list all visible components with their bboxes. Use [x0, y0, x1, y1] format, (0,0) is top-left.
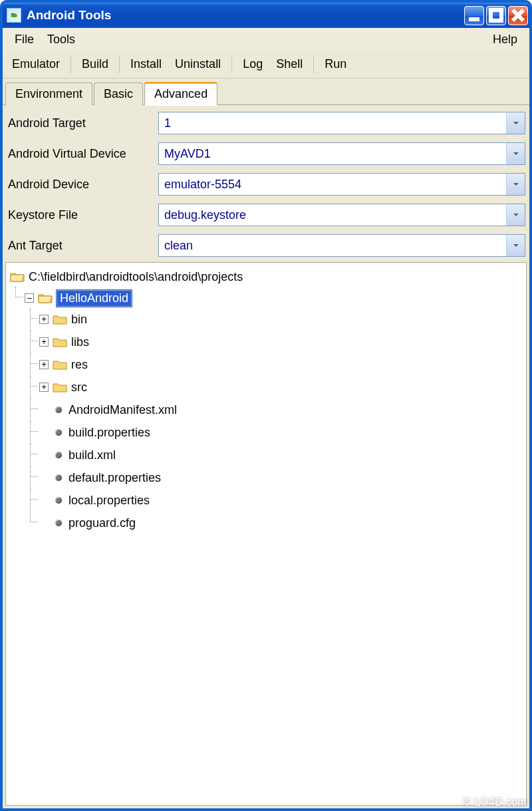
tree-file[interactable]: AndroidManifest.xml [39, 400, 525, 420]
tree-folder[interactable]: +src [39, 377, 525, 397]
tree-file[interactable]: proguard.cfg [39, 513, 525, 533]
toolbar-emulator[interactable]: Emulator [5, 55, 66, 74]
combo-value: emulator-5554 [164, 178, 241, 192]
chevron-down-icon [512, 180, 520, 188]
tree-root[interactable]: C:\fieldbird\androidtools\android\projec… [10, 267, 525, 287]
row-keystore: Keystore File debug.keystore [5, 200, 527, 230]
menu-file[interactable]: File [8, 30, 41, 49]
window-title: Android Tools [27, 8, 111, 23]
row-avd: Android Virtual Device MyAVD1 [5, 138, 527, 169]
toolbar-install[interactable]: Install [124, 55, 168, 74]
combo-ant-target[interactable]: clean [158, 234, 525, 257]
chevron-down-icon [512, 242, 520, 249]
tree-file[interactable]: default.properties [39, 468, 525, 488]
tree-file-label: AndroidManifest.xml [68, 403, 177, 417]
toolbar-separator [70, 56, 71, 73]
app-icon [7, 8, 21, 23]
label-android-target: Android Target [5, 116, 158, 130]
tab-basic[interactable]: Basic [94, 82, 143, 105]
tree-file[interactable]: build.properties [39, 422, 525, 442]
form-area: Android Target 1 Android Virtual Device … [3, 105, 529, 261]
app-window: Android Tools File Tools Help Emulator B… [0, 0, 532, 811]
chevron-down-icon [512, 119, 520, 127]
close-button[interactable] [508, 6, 528, 25]
tree-project[interactable]: − HelloAndroid [25, 288, 525, 308]
folder-open-icon [38, 292, 53, 304]
dropdown-button[interactable] [506, 143, 525, 164]
dropdown-button[interactable] [506, 235, 525, 256]
file-icon [55, 406, 62, 413]
tree-file-label: proguard.cfg [68, 516, 136, 530]
tree-file-label: default.properties [68, 471, 161, 485]
toolbar-shell[interactable]: Shell [269, 55, 309, 74]
tree-folder[interactable]: +libs [39, 332, 525, 352]
expand-icon[interactable]: + [39, 360, 49, 369]
combo-value: debug.keystore [164, 208, 246, 222]
tree-project-label: HelloAndroid [57, 290, 132, 307]
minimize-icon [465, 6, 483, 25]
menu-help[interactable]: Help [486, 30, 524, 49]
file-icon [55, 474, 62, 481]
tree-file[interactable]: build.xml [39, 445, 525, 465]
collapse-icon[interactable]: − [25, 293, 34, 303]
label-keystore: Keystore File [5, 208, 158, 222]
combo-android-target[interactable]: 1 [158, 112, 525, 134]
maximize-icon [487, 6, 505, 25]
file-icon [55, 520, 62, 526]
row-android-device: Android Device emulator-5554 [5, 169, 527, 200]
row-ant-target: Ant Target clean [5, 230, 527, 261]
folder-open-icon [10, 271, 25, 283]
tree-folder-label: libs [71, 335, 89, 349]
tree-file-label: local.properties [68, 494, 150, 508]
expand-icon[interactable]: + [39, 315, 49, 324]
combo-android-device[interactable]: emulator-5554 [158, 173, 525, 196]
combo-keystore[interactable]: debug.keystore [158, 204, 525, 226]
combo-value: 1 [164, 116, 171, 130]
folder-icon [53, 313, 67, 325]
tab-strip: Environment Basic Advanced [3, 79, 529, 105]
toolbar-separator [119, 56, 120, 73]
chevron-down-icon [512, 150, 520, 158]
toolbar-run[interactable]: Run [318, 55, 353, 74]
chevron-down-icon [512, 211, 520, 219]
file-icon [55, 429, 62, 436]
dropdown-button[interactable] [506, 174, 525, 195]
toolbar-build[interactable]: Build [75, 55, 115, 74]
menu-tools[interactable]: Tools [41, 30, 82, 49]
folder-icon [53, 336, 67, 348]
label-android-device: Android Device [5, 178, 158, 192]
dropdown-button[interactable] [506, 112, 525, 134]
maximize-button[interactable] [486, 6, 506, 25]
folder-icon [53, 381, 67, 393]
toolbar-separator [313, 56, 314, 73]
minimize-button[interactable] [464, 6, 484, 25]
combo-avd[interactable]: MyAVD1 [158, 142, 525, 165]
tree-folder-label: res [71, 358, 88, 372]
tree-folder[interactable]: +res [39, 355, 525, 375]
toolbar-separator [231, 56, 232, 73]
label-ant-target: Ant Target [5, 239, 158, 253]
tree-root-label: C:\fieldbird\androidtools\android\projec… [29, 270, 243, 284]
project-tree[interactable]: C:\fieldbird\androidtools\android\projec… [5, 262, 527, 806]
menubar: File Tools Help [3, 28, 529, 51]
toolbar-log[interactable]: Log [236, 55, 269, 74]
dropdown-button[interactable] [506, 204, 525, 226]
toolbar-uninstall[interactable]: Uninstall [168, 55, 227, 74]
combo-value: clean [164, 239, 193, 253]
tree-file[interactable]: local.properties [39, 490, 525, 510]
tab-environment[interactable]: Environment [5, 82, 92, 105]
label-avd: Android Virtual Device [5, 147, 158, 161]
row-android-target: Android Target 1 [5, 108, 527, 138]
file-icon [55, 452, 62, 458]
titlebar: Android Tools [3, 3, 529, 28]
expand-icon[interactable]: + [39, 383, 49, 392]
file-icon [55, 497, 62, 504]
tree-folder[interactable]: +bin [39, 309, 525, 329]
tree-folder-label: bin [71, 313, 87, 327]
close-icon [509, 6, 527, 25]
svg-rect-2 [491, 10, 501, 21]
tab-advanced[interactable]: Advanced [144, 82, 217, 105]
expand-icon[interactable]: + [39, 337, 49, 347]
combo-value: MyAVD1 [164, 147, 211, 161]
tree-file-label: build.properties [68, 426, 150, 440]
